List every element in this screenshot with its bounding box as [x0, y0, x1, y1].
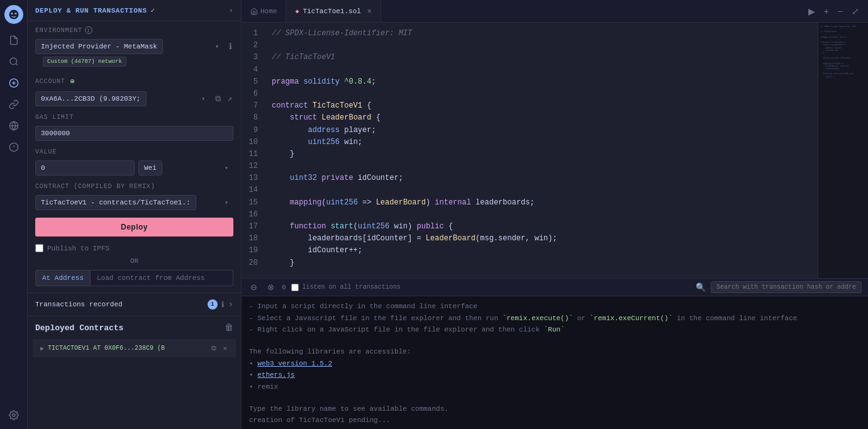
at-address-button[interactable]: At Address — [35, 270, 91, 286]
copy-deployed-icon[interactable]: ⧉ — [210, 343, 218, 354]
value-label: VALUE — [28, 143, 241, 158]
terminal-line: The following libraries are accessible: — [249, 347, 860, 357]
tab-close-icon[interactable]: ✕ — [367, 6, 372, 16]
terminal-toolbar: ⊖ ⊗ 0 listen on all transactions 🔍 — [242, 279, 868, 296]
tab-file[interactable]: ◆ TicTacToe1.sol ✕ — [286, 0, 381, 22]
sidebar-icon-globe[interactable] — [5, 117, 23, 135]
delete-deployed-icon[interactable]: ✕ — [221, 343, 228, 354]
terminal-line: - Right click on a JavaScript file in th… — [249, 325, 860, 335]
sidebar-icon-deploy[interactable] — [5, 74, 23, 92]
delete-all-icon[interactable]: 🗑 — [225, 323, 233, 333]
add-account-icon[interactable]: ⊕ — [70, 77, 75, 86]
publish-row: Publish to IPFS — [28, 242, 241, 255]
transactions-chevron-icon[interactable]: › — [228, 299, 233, 309]
account-row: 0xA6A...2CB3D (9.98203Y; ⧉ ↗ — [28, 89, 241, 109]
account-select[interactable]: 0xA6A...2CB3D (9.98203Y; — [35, 91, 147, 106]
check-icon: ✓ — [151, 6, 155, 14]
code-content: // SPDX-License-Identifier: MIT // TicTa… — [264, 23, 818, 278]
zoom-in-button[interactable]: + — [820, 4, 833, 19]
environment-label: ENVIRONMENT i — [28, 21, 241, 36]
info-icon: i — [85, 26, 92, 34]
tab-home-label: Home — [260, 8, 277, 15]
value-row: Wei — [28, 158, 241, 178]
terminal-output: - Input a script directly in the command… — [242, 296, 868, 429]
ethers-link[interactable]: ethers.js — [257, 371, 294, 379]
chevron-right-icon[interactable]: › — [229, 7, 233, 14]
value-input[interactable] — [35, 160, 135, 176]
main-area: Home ◆ TicTacToe1.sol ✕ ▶ + − ⤢ 12345 67… — [242, 0, 868, 429]
transactions-title: Transactions recorded — [35, 301, 204, 308]
deployed-title: Deployed Contracts — [35, 323, 221, 333]
svg-point-3 — [10, 58, 17, 65]
deploy-title: DEPLOY & RUN TRANSACTIONS — [35, 7, 147, 14]
svg-point-2 — [14, 13, 16, 14]
tab-home[interactable]: Home — [242, 0, 286, 22]
gas-limit-input[interactable] — [35, 126, 233, 141]
minimap: // SPDX-License-Identifier: MIT // TicTa… — [818, 23, 868, 278]
tab-bar: Home ◆ TicTacToe1.sol ✕ — [242, 0, 799, 22]
at-address-row: At Address Load contract from Address — [35, 270, 233, 286]
value-unit-select[interactable]: Wei — [138, 160, 162, 176]
sidebar-icon-plugin[interactable] — [5, 96, 23, 113]
sidebar-icon-files[interactable] — [5, 31, 23, 49]
listen-row: listen on all transactions — [291, 284, 691, 291]
terminal-search-input[interactable] — [711, 281, 862, 293]
deployed-item: ▶ TICTACTOEV1 AT 0X0F6...238C9 (B ⧉ ✕ — [33, 339, 236, 357]
gas-limit-label: GAS LIMIT — [28, 109, 241, 123]
or-divider: OR — [28, 255, 241, 267]
contract-label: CONTRACT (Compiled by Remix) — [28, 178, 241, 192]
svg-line-4 — [16, 64, 18, 65]
svg-point-0 — [9, 10, 18, 20]
deployed-expand-icon[interactable]: ▶ — [40, 345, 44, 352]
deployed-section: Deployed Contracts 🗑 ▶ TICTACTOEV1 AT 0X… — [28, 316, 241, 360]
line-numbers: 12345 678910 1112131415 1617181920 — [242, 23, 264, 278]
panel-header: DEPLOY & RUN TRANSACTIONS ✓ › — [28, 0, 241, 21]
sidebar-icon-debug[interactable] — [5, 138, 23, 156]
transactions-header[interactable]: Transactions recorded 1 ℹ › — [28, 293, 241, 316]
icon-bar — [0, 0, 28, 429]
terminal-line: creation of TicTacToeV1 pending... — [249, 415, 860, 426]
external-link-icon[interactable]: ↗ — [226, 92, 233, 105]
environment-select[interactable]: Injected Provider - MetaMask — [35, 39, 163, 54]
contract-select[interactable]: TicTacToeV1 - contracts/TicTacToe1.: — [35, 195, 196, 210]
listen-label: listen on all transactions — [303, 284, 401, 291]
terminal-count: 0 — [282, 284, 286, 291]
minimap-content: // SPDX-License-Identifier: MIT // TicTa… — [818, 23, 868, 81]
environment-row: Injected Provider - MetaMask ℹ — [28, 36, 241, 57]
deploy-button[interactable]: Deploy — [35, 218, 233, 237]
terminal-line: - Select a Javascript file in the file e… — [249, 313, 860, 324]
transactions-badge: 1 — [208, 299, 218, 309]
tab-file-label: TicTacToe1.sol — [303, 8, 360, 15]
app-logo — [4, 5, 23, 24]
contract-select-wrapper: TicTacToeV1 - contracts/TicTacToe1.: — [35, 195, 233, 210]
terminal-clear-button[interactable]: ⊖ — [248, 281, 260, 293]
network-badge: Custom (44787) network — [43, 57, 126, 67]
terminal-stop-button[interactable]: ⊗ — [265, 281, 277, 293]
account-label: ACCOUNT ⊕ — [28, 72, 241, 89]
terminal-line: • ethers.js — [249, 370, 860, 381]
toolbar-right: ▶ + − ⤢ — [799, 4, 868, 19]
publish-checkbox[interactable] — [35, 244, 43, 252]
transactions-info-icon[interactable]: ℹ — [221, 300, 225, 309]
zoom-out-button[interactable]: − — [834, 4, 847, 19]
editor-area: 12345 678910 1112131415 1617181920 // SP… — [242, 23, 868, 429]
run-button[interactable]: ▶ — [804, 4, 819, 19]
transactions-section: Transactions recorded 1 ℹ › — [28, 292, 241, 316]
svg-point-10 — [13, 414, 15, 416]
environment-select-wrapper: Injected Provider - MetaMask — [35, 39, 224, 54]
listen-checkbox[interactable] — [291, 284, 299, 291]
svg-point-1 — [11, 13, 13, 14]
account-select-wrapper: 0xA6A...2CB3D (9.98203Y; — [35, 91, 210, 106]
terminal-line: • remix — [249, 382, 860, 393]
environment-info-icon[interactable]: ℹ — [228, 40, 233, 53]
copy-account-icon[interactable]: ⧉ — [214, 93, 222, 105]
sidebar-icon-settings[interactable] — [5, 406, 23, 424]
terminal-area: ⊖ ⊗ 0 listen on all transactions 🔍 - Inp… — [242, 278, 868, 429]
deployed-item-name: TICTACTOEV1 AT 0X0F6...238C9 (B — [48, 345, 206, 352]
expand-editor-button[interactable]: ⤢ — [848, 4, 863, 19]
web3-link[interactable]: web3 version 1.5.2 — [257, 360, 332, 367]
gas-limit-row — [28, 123, 241, 143]
value-unit-wrapper: Wei — [138, 160, 233, 176]
sidebar-icon-search[interactable] — [5, 53, 23, 70]
terminal-search-icon[interactable]: 🔍 — [696, 282, 706, 292]
